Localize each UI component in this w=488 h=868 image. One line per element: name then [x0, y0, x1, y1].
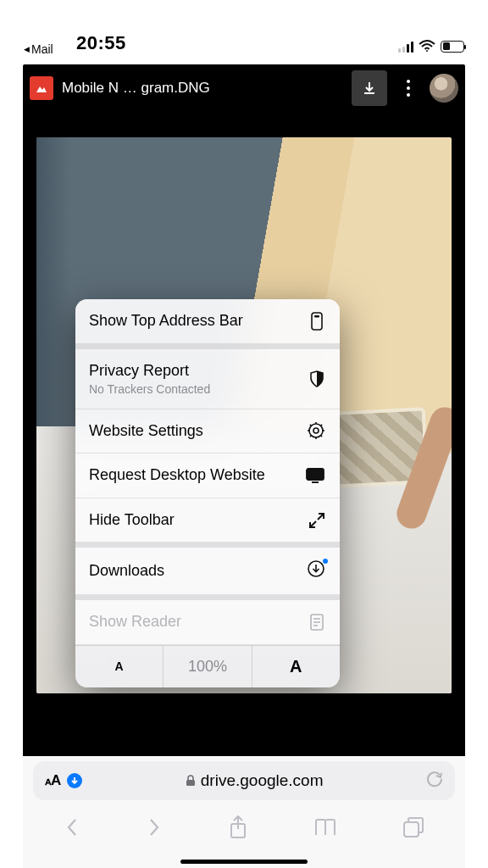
safari-bottom-bar: ᴀA drive.google.com	[23, 756, 465, 868]
privacy-sublabel: No Trackers Contacted	[89, 382, 210, 396]
file-title: Mobile N … gram.DNG	[62, 80, 343, 97]
desktop-icon	[306, 468, 324, 483]
svg-rect-5	[307, 469, 324, 480]
more-menu-button[interactable]	[396, 80, 421, 97]
battery-icon	[441, 41, 464, 53]
shield-icon	[309, 370, 324, 387]
svg-point-4	[313, 428, 319, 433]
cellular-signal-icon	[398, 41, 413, 53]
lock-icon	[186, 775, 196, 787]
share-button[interactable]	[228, 815, 248, 839]
tabs-button[interactable]	[402, 816, 424, 838]
home-indicator[interactable]	[180, 860, 308, 864]
bookmarks-button[interactable]	[313, 817, 337, 837]
forward-button[interactable]	[146, 817, 163, 837]
menu-downloads[interactable]: Downloads	[75, 542, 340, 595]
account-avatar[interactable]	[430, 74, 458, 103]
svg-rect-8	[186, 780, 195, 786]
svg-rect-2	[314, 315, 319, 318]
back-to-app-link[interactable]: Mail	[24, 42, 53, 56]
zoom-level: 100%	[163, 646, 251, 687]
drive-header: Mobile N … gram.DNG	[23, 64, 465, 112]
svg-point-0	[426, 50, 428, 52]
status-time: 20:55	[76, 32, 126, 54]
address-bar-icon	[309, 312, 324, 331]
url-domain[interactable]: drive.google.com	[186, 771, 324, 790]
menu-request-desktop[interactable]: Request Desktop Website	[75, 453, 340, 498]
reload-button[interactable]	[426, 771, 443, 791]
downloads-indicator[interactable]	[67, 773, 82, 788]
address-bar[interactable]: ᴀA drive.google.com	[33, 761, 455, 800]
svg-rect-10	[404, 822, 419, 837]
page-settings-menu: Show Top Address Bar Privacy ReportNo Tr…	[75, 299, 340, 687]
menu-show-reader: Show Reader	[75, 595, 340, 645]
zoom-in-button[interactable]: A	[252, 646, 340, 687]
menu-show-top-address-bar[interactable]: Show Top Address Bar	[75, 299, 340, 344]
toolbar	[23, 804, 465, 851]
image-file-icon	[30, 76, 53, 100]
zoom-out-button[interactable]: A	[75, 646, 163, 687]
expand-icon	[309, 513, 324, 528]
svg-point-3	[309, 424, 323, 437]
zoom-controls: A 100% A	[75, 645, 340, 687]
menu-hide-toolbar[interactable]: Hide Toolbar	[75, 498, 340, 543]
gear-icon	[308, 422, 324, 439]
menu-privacy-report[interactable]: Privacy ReportNo Trackers Contacted	[75, 344, 340, 409]
download-button[interactable]	[352, 70, 387, 106]
page-settings-button[interactable]: ᴀA	[45, 772, 60, 789]
back-button[interactable]	[64, 817, 80, 837]
reader-icon	[309, 614, 324, 631]
status-right	[398, 40, 464, 54]
status-bar: 20:55 Mail	[0, 0, 488, 54]
download-circle-icon	[308, 560, 324, 581]
wifi-icon	[419, 40, 435, 53]
menu-website-settings[interactable]: Website Settings	[75, 409, 340, 454]
